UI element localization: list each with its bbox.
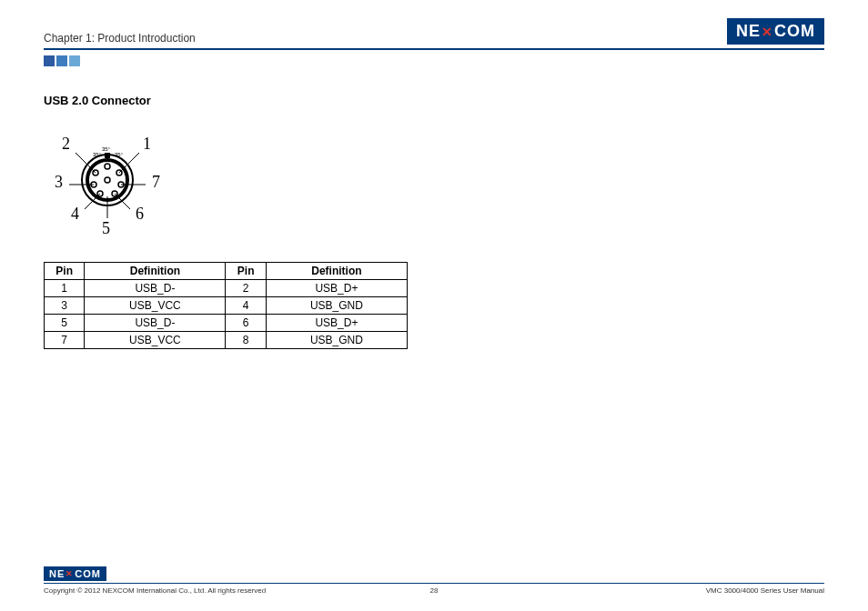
table-row: 7 USB_VCC 8 USB_GND (45, 332, 408, 349)
pin-cell: 4 (226, 297, 266, 315)
logo-post: COM (75, 568, 101, 579)
logo-post: COM (774, 22, 815, 41)
def-cell: USB_D+ (266, 280, 407, 297)
pin-cell: 5 (45, 315, 85, 332)
pin-cell: 7 (45, 332, 85, 349)
square-icon (44, 55, 55, 66)
pin-label-6: 6 (136, 205, 144, 224)
pin-label-4: 4 (71, 205, 79, 224)
pinout-table: Pin Definition Pin Definition 1 USB_D- 2… (44, 262, 408, 349)
logo-x-icon: ✕ (762, 25, 773, 39)
table-row: 1 USB_D- 2 USB_D+ (45, 280, 408, 297)
logo-pre: NE (736, 22, 761, 41)
def-cell: USB_VCC (85, 297, 226, 315)
pin-label-2: 2 (62, 135, 70, 154)
col-definition: Definition (85, 263, 226, 280)
pin-cell: 6 (226, 315, 266, 332)
svg-text:35°: 35° (93, 152, 102, 157)
square-icon (69, 55, 80, 66)
logo-pre: NE (49, 568, 65, 579)
pin-cell: 8 (226, 332, 266, 349)
pin-cell: 2 (226, 280, 266, 297)
pin-label-3: 3 (55, 173, 63, 192)
def-cell: USB_GND (266, 332, 407, 349)
section-title: USB 2.0 Connector (44, 94, 824, 107)
footer-logo: NE ✕ COM (44, 566, 106, 581)
table-row: 5 USB_D- 6 USB_D+ (45, 315, 408, 332)
page-header: Chapter 1: Product Introduction NE ✕ COM (44, 18, 824, 45)
def-cell: USB_D- (85, 315, 226, 332)
nexcom-logo: NE ✕ COM (727, 18, 824, 45)
svg-text:35°: 35° (115, 152, 124, 157)
svg-point-10 (105, 177, 110, 183)
def-cell: USB_VCC (85, 332, 226, 349)
def-cell: USB_GND (266, 297, 407, 315)
footer-row: Copyright © 2012 NEXCOM International Co… (44, 586, 824, 595)
svg-point-3 (105, 164, 110, 169)
header-divider (44, 48, 824, 50)
def-cell: USB_D- (85, 280, 226, 297)
manual-title: VMC 3000/4000 Series User Manual (706, 586, 824, 595)
svg-point-1 (87, 160, 127, 200)
logo-x-icon: ✕ (66, 569, 74, 578)
table-header-row: Pin Definition Pin Definition (45, 263, 408, 280)
pin-label-1: 1 (143, 135, 151, 154)
svg-rect-2 (105, 153, 110, 158)
footer-divider (44, 583, 824, 584)
def-cell: USB_D+ (266, 315, 407, 332)
col-pin: Pin (45, 263, 85, 280)
pin-label-5: 5 (102, 219, 110, 238)
square-icon (56, 55, 67, 66)
pin-cell: 3 (45, 297, 85, 315)
pin-label-7: 7 (152, 173, 160, 192)
pin-cell: 1 (45, 280, 85, 297)
copyright-text: Copyright © 2012 NEXCOM International Co… (44, 586, 266, 595)
col-pin: Pin (226, 263, 266, 280)
page-number: 28 (430, 586, 439, 595)
connector-diagram: 35° 35° 35° 1 2 3 4 5 6 7 (53, 125, 162, 235)
table-row: 3 USB_VCC 4 USB_GND (45, 297, 408, 315)
chapter-title: Chapter 1: Product Introduction (44, 32, 196, 45)
decorative-squares (44, 55, 824, 66)
page-footer: NE ✕ COM Copyright © 2012 NEXCOM Interna… (44, 565, 824, 595)
col-definition: Definition (266, 263, 407, 280)
svg-text:35°: 35° (102, 146, 111, 152)
